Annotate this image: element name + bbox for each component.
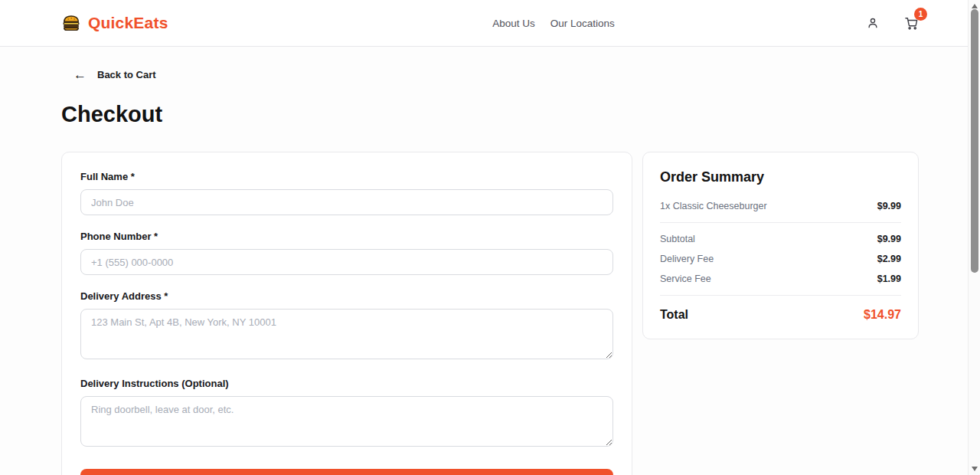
service-fee-label: Service Fee [660,274,711,284]
back-to-cart-label: Back to Cart [97,69,156,80]
account-button[interactable] [866,16,880,30]
nav-about-us[interactable]: About Us [492,18,535,29]
total-row: Total $14.97 [660,308,901,322]
burger-icon [61,13,81,33]
phone-number-input[interactable] [80,249,613,275]
delivery-fee-value: $2.99 [877,254,901,264]
service-fee-value: $1.99 [877,274,901,284]
phone-number-field-group: Phone Number * [80,231,613,275]
full-name-field-group: Full Name * [80,171,613,215]
delivery-instructions-label: Delivery Instructions (Optional) [80,378,613,389]
scrollbar-up-arrow[interactable] [972,4,978,8]
main-content: ← Back to Cart Checkout Full Name * Phon… [61,47,919,475]
order-summary-title: Order Summary [660,169,901,185]
delivery-address-label: Delivery Address * [80,290,613,302]
total-label: Total [660,308,688,322]
delivery-address-field-group: Delivery Address * [80,290,613,362]
main-nav: About Us Our Locations [492,18,615,29]
summary-divider [660,295,901,296]
delivery-address-textarea[interactable] [80,309,613,359]
page-title: Checkout [61,102,919,127]
person-icon [866,16,880,30]
delivery-instructions-textarea[interactable] [80,396,613,447]
scrollbar-down-arrow[interactable] [972,467,978,471]
place-order-button[interactable]: Place Order - $14.97 [80,469,613,475]
cart-count-badge: 1 [914,8,927,21]
brand-logo[interactable]: QuickEats [61,13,168,33]
delivery-instructions-field-group: Delivery Instructions (Optional) [80,378,613,450]
delivery-fee-row: Delivery Fee $2.99 [660,254,901,264]
vertical-scrollbar[interactable] [968,0,980,475]
service-fee-row: Service Fee $1.99 [660,274,901,284]
header: QuickEats About Us Our Locations 1 [0,0,980,47]
order-item-price: $9.99 [877,201,901,211]
order-summary-card: Order Summary 1x Classic Cheeseburger $9… [642,152,919,339]
brand-name: QuickEats [88,14,168,32]
nav-our-locations[interactable]: Our Locations [550,18,615,29]
order-item-name: 1x Classic Cheeseburger [660,201,767,211]
order-item-row: 1x Classic Cheeseburger $9.99 [660,201,901,211]
summary-divider [660,222,901,223]
back-arrow-icon: ← [74,68,87,81]
delivery-fee-label: Delivery Fee [660,254,714,264]
cart-button[interactable]: 1 [904,16,919,31]
subtotal-label: Subtotal [660,234,695,244]
phone-number-label: Phone Number * [80,231,613,242]
subtotal-row: Subtotal $9.99 [660,234,901,244]
checkout-form-card: Full Name * Phone Number * Delivery Addr… [61,152,632,475]
scrollbar-thumb[interactable] [971,9,978,273]
full-name-label: Full Name * [80,171,613,182]
total-value: $14.97 [864,308,901,322]
back-to-cart-link[interactable]: ← Back to Cart [74,68,156,81]
subtotal-value: $9.99 [877,234,901,244]
full-name-input[interactable] [80,189,613,215]
